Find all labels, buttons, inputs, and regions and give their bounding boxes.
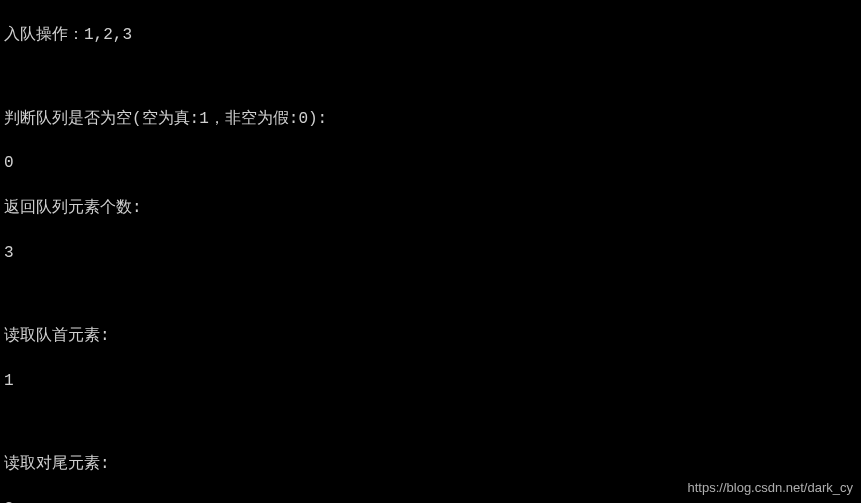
console-line: 1 bbox=[4, 370, 857, 392]
watermark-text: https://blog.csdn.net/dark_cy bbox=[688, 479, 853, 497]
console-line bbox=[4, 69, 857, 85]
console-line: 判断队列是否为空(空为真:1，非空为假:0): bbox=[4, 108, 857, 130]
console-line: 3 bbox=[4, 242, 857, 264]
console-line: 0 bbox=[4, 152, 857, 174]
console-line: 读取队首元素: bbox=[4, 325, 857, 347]
console-line: 入队操作：1,2,3 bbox=[4, 24, 857, 46]
console-line bbox=[4, 415, 857, 431]
console-line: 返回队列元素个数: bbox=[4, 197, 857, 219]
console-line: 读取对尾元素: bbox=[4, 453, 857, 475]
console-line bbox=[4, 287, 857, 303]
console-line: 3 bbox=[4, 498, 857, 503]
console-output: 入队操作：1,2,3 判断队列是否为空(空为真:1，非空为假:0): 0 返回队… bbox=[0, 0, 861, 503]
